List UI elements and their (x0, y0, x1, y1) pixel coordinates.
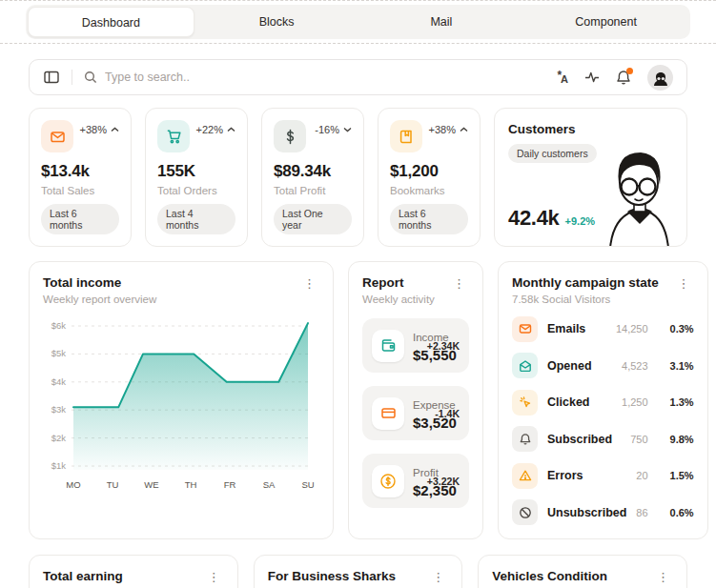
dollar-circle-icon (372, 465, 404, 497)
campaign-label: Subscribed (547, 433, 621, 446)
stat-period-badge: Last 6 months (41, 204, 119, 234)
vehicles-title: Vehicles Condition (492, 569, 607, 583)
campaign-row-unsubscribed: Unsubscribed 86 0.6% (512, 499, 694, 525)
kebab-menu-icon[interactable]: ⋮ (299, 275, 319, 292)
report-row-expense: Expense $3,520 -1.4K (362, 386, 469, 440)
tab-mail[interactable]: Mail (359, 7, 524, 37)
kebab-menu-icon[interactable]: ⋮ (653, 569, 673, 585)
wallet-icon (372, 330, 404, 362)
campaign-label: Unsubscribed (547, 506, 626, 519)
campaign-pct: 0.3% (664, 323, 694, 335)
chevron-down-icon (343, 127, 352, 132)
stat-delta-toggle[interactable]: -16% (315, 124, 352, 135)
sharks-title: For Business Sharks (268, 569, 396, 583)
bookmark-icon (390, 120, 422, 152)
activity-pulse-icon[interactable] (584, 71, 600, 84)
report-value: $3,520 (413, 415, 426, 431)
campaign-pct: 9.8% (664, 434, 694, 445)
vehicles-condition-card: Vehicles Condition ⋮ 55% Excellent 12% i… (478, 555, 687, 588)
svg-text:SU: SU (301, 479, 314, 490)
cart-icon (157, 120, 190, 152)
svg-text:$6k: $6k (51, 320, 67, 331)
campaign-pct: 1.3% (664, 396, 694, 408)
stat-period-badge: Last 6 months (390, 204, 468, 234)
campaign-row-emails: Emails 14,250 0.3% (512, 316, 694, 342)
dollar-icon (274, 120, 306, 152)
report-delta: +3.22K (427, 476, 460, 487)
svg-text:$1k: $1k (51, 460, 67, 471)
svg-text:TU: TU (107, 479, 119, 490)
credit-card-icon (372, 397, 404, 430)
svg-text:$3k: $3k (51, 404, 67, 415)
stat-card-bookmarks: +38% $1,200 Bookmarks Last 6 months (378, 108, 481, 247)
report-delta: +2.34K (427, 340, 460, 352)
stat-label: Total Profit (274, 185, 352, 196)
campaign-subtitle: 7.58k Social Visitors (512, 294, 659, 305)
toolbar-divider (72, 70, 72, 85)
notification-dot (626, 68, 633, 74)
customers-title: Customers (508, 122, 673, 136)
income-area-chart: $1k$2k$3k$4k$5k$6kMOTUWETHFRSASU (43, 313, 316, 494)
campaign-row-subscribed: Subscribed 750 9.8% (512, 426, 694, 452)
top-nav-tabbar: Dashboard Blocks Mail Component (26, 5, 690, 39)
search-toolbar: *A (29, 59, 687, 95)
stat-period-badge: Last One year (274, 204, 352, 234)
kebab-menu-icon[interactable]: ⋮ (204, 569, 224, 585)
ban-icon (512, 499, 538, 525)
bottom-row: Total earning ⋮ 87% +38% For Business Sh… (29, 555, 687, 588)
user-avatar[interactable] (647, 65, 673, 91)
tab-blocks[interactable]: Blocks (194, 7, 359, 37)
stat-period-badge: Last 4 months (157, 204, 235, 234)
report-delta: -1.4K (435, 408, 460, 419)
campaign-label: Errors (547, 469, 626, 482)
tab-component[interactable]: Component (523, 7, 688, 37)
stat-label: Bookmarks (390, 185, 468, 196)
stat-delta-toggle[interactable]: +38% (429, 124, 468, 135)
campaign-card: Monthly campaign state 7.58k Social Visi… (498, 261, 708, 539)
report-value: $5,550 (413, 347, 419, 363)
search-input[interactable] (105, 71, 557, 84)
report-title: Report (362, 275, 435, 290)
kebab-menu-icon[interactable]: ⋮ (674, 275, 694, 292)
report-row-income: Income $5,550 +2.34K (362, 318, 469, 373)
translate-icon[interactable]: *A (557, 70, 568, 85)
stat-delta-toggle[interactable]: +38% (80, 124, 119, 135)
report-row-profit: Profit $2,350 +3.22K (362, 454, 469, 508)
chevron-up-icon (111, 127, 119, 132)
kebab-menu-icon[interactable]: ⋮ (449, 275, 469, 292)
report-value: $2,350 (413, 482, 419, 498)
stat-value: 155K (157, 162, 235, 181)
sidebar-toggle-icon[interactable] (43, 69, 60, 86)
campaign-count: 86 (636, 507, 647, 518)
cursor-click-icon (512, 390, 538, 416)
customers-badge: Daily customers (508, 144, 597, 163)
notification-bell-icon[interactable] (616, 70, 631, 86)
svg-text:MO: MO (66, 479, 80, 490)
top-nav-wrap: Dashboard Blocks Mail Component (0, 0, 716, 44)
earning-title: Total earning (43, 569, 123, 583)
stat-delta-toggle[interactable]: +22% (196, 124, 235, 135)
campaign-title: Monthly campaign state (512, 275, 659, 290)
bell-icon (512, 426, 538, 452)
kebab-menu-icon[interactable]: ⋮ (428, 569, 448, 585)
tab-dashboard[interactable]: Dashboard (28, 7, 194, 37)
svg-text:FR: FR (224, 479, 236, 490)
stat-label: Total Orders (157, 185, 235, 196)
campaign-count: 4,523 (622, 360, 648, 372)
person-illustration (589, 141, 685, 247)
stat-label: Total Sales (41, 185, 119, 196)
campaign-pct: 0.6% (664, 507, 694, 518)
campaign-pct: 3.1% (664, 360, 694, 372)
total-earning-card: Total earning ⋮ 87% +38% (29, 555, 238, 588)
campaign-label: Clicked (547, 395, 612, 409)
search-icon (84, 71, 97, 84)
stats-row: +38% $13.4k Total Sales Last 6 months +2… (29, 108, 687, 247)
chevron-up-icon (227, 127, 235, 132)
stat-value: $89.34k (274, 162, 352, 181)
campaign-count: 750 (630, 434, 647, 445)
campaign-label: Emails (547, 322, 606, 335)
campaign-label: Opened (547, 359, 612, 373)
envelope-icon (512, 316, 538, 342)
customers-card: Customers Daily customers 42.4k +9.2% (494, 108, 687, 247)
svg-text:$5k: $5k (51, 348, 67, 358)
